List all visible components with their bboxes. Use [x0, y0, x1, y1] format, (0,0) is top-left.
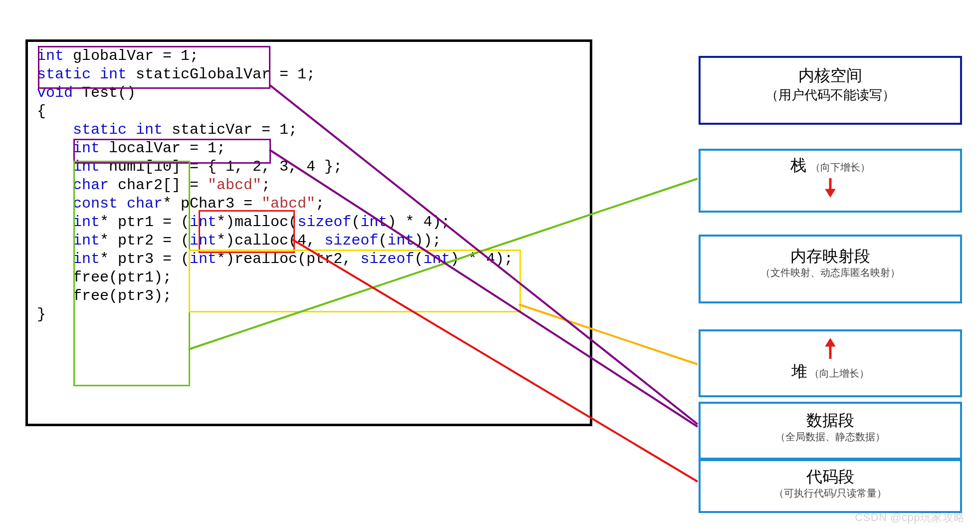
memory-kernel-sub: （用户代码不能读写） — [701, 86, 960, 104]
memory-code-sub: （可执行代码/只读常量） — [701, 488, 960, 499]
str-2: "abcd" — [261, 195, 315, 212]
code-line-8: char char2[] = "abcd"; — [37, 176, 581, 195]
memory-stack: 栈 （向下增长） — [699, 149, 962, 213]
memory-data-title: 数据段 — [701, 410, 960, 431]
memory-data: 数据段 （全局数据、静态数据） — [699, 402, 962, 460]
kw-static-int-2: static int — [73, 121, 172, 138]
code-line-10: int* ptr1 = (int*)malloc(sizeof(int) * 4… — [37, 213, 581, 232]
memory-data-sub: （全局数据、静态数据） — [701, 431, 960, 442]
code-line-1: int globalVar = 1; — [37, 47, 581, 65]
code-panel: int globalVar = 1; static int staticGlob… — [25, 39, 592, 426]
memory-kernel-title: 内核空间 — [701, 65, 960, 86]
kw-int-2: int — [73, 140, 109, 157]
arrow-up-icon — [823, 337, 838, 360]
memory-code-title: 代码段 — [701, 466, 960, 488]
code-line-9: const char* pChar3 = "abcd"; — [37, 195, 581, 213]
memory-heap-title: 堆 （向上增长） — [701, 361, 960, 382]
kw-const-char: const char — [73, 195, 163, 212]
memory-heap: 堆 （向上增长） — [699, 329, 962, 397]
str-1: "abcd" — [208, 177, 261, 194]
kw-static-int: static int — [37, 66, 136, 83]
code-line-3: void Test() — [37, 84, 581, 102]
memory-mmap: 内存映射段 （文件映射、动态库匿名映射） — [699, 235, 962, 303]
memory-stack-title: 栈 （向下增长） — [701, 155, 960, 176]
code-line-11: int* ptr2 = (int*)calloc(4, sizeof(int))… — [37, 232, 581, 250]
memory-kernel: 内核空间 （用户代码不能读写） — [699, 56, 962, 125]
code-line-15: } — [37, 305, 581, 324]
svg-marker-2 — [825, 338, 835, 346]
watermark: CSDN @cpp玩家攻略 — [855, 510, 965, 525]
kw-int-3: int — [73, 158, 109, 175]
memory-heap-row — [701, 337, 960, 361]
code-line-5: static int staticVar = 1; — [37, 121, 581, 139]
code-line-4: { — [37, 102, 581, 121]
memory-mmap-sub: （文件映射、动态库匿名映射） — [701, 267, 960, 278]
kw-int: int — [37, 47, 73, 64]
code-line-7: int num1[10] = { 1, 2, 3, 4 }; — [37, 158, 581, 176]
diagram-root: int globalVar = 1; static int staticGlob… — [0, 0, 980, 530]
code-line-6: int localVar = 1; — [37, 139, 581, 158]
code-line-13: free(ptr1); — [37, 268, 581, 287]
svg-marker-1 — [825, 189, 835, 197]
kw-void: void — [37, 84, 82, 101]
code-line-2: static int staticGlobalVar = 1; — [37, 65, 581, 84]
code-line-12: int* ptr3 = (int*)realloc(ptr2, sizeof(i… — [37, 250, 581, 268]
arrow-down-icon — [823, 178, 838, 198]
memory-mmap-title: 内存映射段 — [701, 246, 960, 267]
kw-char: char — [73, 177, 118, 194]
code-line-14: free(ptr3); — [37, 287, 581, 305]
memory-code: 代码段 （可执行代码/只读常量） — [699, 459, 962, 513]
